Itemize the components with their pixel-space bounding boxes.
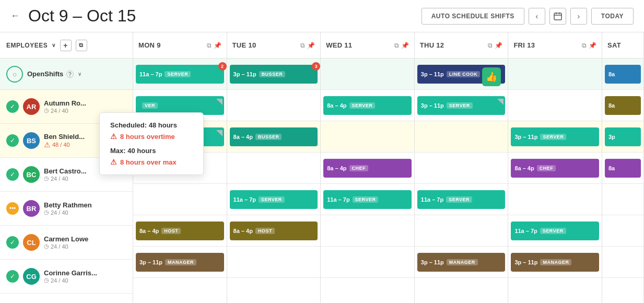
shift-time: 8a – 4p	[327, 165, 346, 171]
clock-icon: ◷	[44, 243, 49, 250]
pin-day-icon[interactable]: 📌	[589, 42, 596, 49]
next-week-button[interactable]: ›	[570, 8, 587, 25]
thumbs-up-button[interactable]: 👍	[482, 67, 501, 86]
employee-info: Betty Rathmen ◷ 24 / 40	[44, 201, 126, 216]
shift-block[interactable]: 3p – 11p MANAGER	[417, 253, 506, 272]
open-shift-cell-mon[interactable]: 11a – 7p SERVER 2	[133, 59, 227, 90]
shift-block[interactable]: 3p – 11p SERVER	[417, 96, 506, 115]
day-label-mon: MON 9	[138, 41, 161, 49]
shift-cell-betty-sat[interactable]	[602, 184, 643, 215]
shift-cell-ben-fri[interactable]: 3p – 11p SERVER	[508, 121, 602, 153]
shift-block[interactable]: 8a – 4p BUSSER	[230, 127, 318, 146]
shift-cell-autumn-sat[interactable]: 8a	[602, 90, 643, 121]
shift-block[interactable]: 11a – 7p SERVER 2	[136, 65, 224, 84]
shift-cell-corinne-wed[interactable]	[321, 247, 414, 278]
shift-block[interactable]: 11a – 7p SERVER	[323, 190, 412, 209]
shift-block[interactable]: 3p – 11p LINE COOK 👍	[417, 65, 506, 84]
copy-day-icon[interactable]: ⧉	[488, 42, 493, 49]
shift-cell-corinne-mon[interactable]: 3p – 11p MANAGER	[133, 247, 227, 278]
shift-block[interactable]: 8a – 4p CHEF	[323, 159, 412, 178]
shift-cell-betty-thu[interactable]: 11a – 7p SERVER	[415, 184, 508, 215]
copy-day-icon[interactable]: ⧉	[207, 42, 212, 49]
copy-day-icon[interactable]: ⧉	[300, 42, 305, 49]
avatar: CL	[23, 234, 40, 251]
open-shift-cell-tue[interactable]: 3p – 11p BUSSER 3	[227, 59, 321, 90]
shift-block[interactable]: 11a – 7p SERVER	[417, 190, 506, 209]
app-container: ← Oct 9 – Oct 15 AUTO SCHEDULE SHIFTS ‹ …	[0, 0, 644, 303]
shift-role: HOST	[161, 228, 181, 234]
shift-cell-betty-mon[interactable]	[133, 184, 227, 215]
shift-cell-carmen-thu[interactable]	[415, 215, 508, 247]
shift-cell-carmen-fri[interactable]: 11a – 7p SERVER	[508, 215, 602, 247]
tooltip-max: Max: 40 hours	[110, 147, 193, 155]
copy-day-icon[interactable]: ⧉	[394, 42, 399, 49]
pin-day-icon[interactable]: 📌	[495, 42, 502, 49]
shift-cell-corinne-thu[interactable]: 3p – 11p MANAGER	[415, 247, 508, 278]
open-shift-cell-sat[interactable]: 8a	[602, 59, 643, 90]
shift-time: 11a – 7p	[421, 196, 443, 203]
shift-cell-ben-sat[interactable]: 3p	[602, 121, 643, 153]
calendar-button[interactable]	[549, 8, 566, 25]
open-shift-cell-wed[interactable]	[321, 59, 414, 90]
open-shift-cell-thu[interactable]: 3p – 11p LINE COOK 👍	[415, 59, 508, 90]
shift-role: SERVER	[353, 196, 379, 203]
day-label-thu: THU 12	[420, 41, 444, 49]
shift-block[interactable]: 3p – 11p MANAGER	[136, 253, 224, 272]
shift-cell-autumn-thu[interactable]: 3p – 11p SERVER	[415, 90, 508, 121]
shift-block[interactable]: 8a – 4p SERVER	[323, 96, 412, 115]
shift-cell-betty-tue[interactable]: 11a – 7p SERVER	[227, 184, 321, 215]
days-grid: MON 9 ⧉ 📌 11a – 7p SERVER 2	[133, 32, 644, 303]
shift-cell-carmen-wed[interactable]	[321, 215, 414, 247]
shift-block[interactable]: 8a – 4p HOST	[136, 222, 224, 240]
shift-cell-bert-fri[interactable]: 8a – 4p CHEF	[508, 153, 602, 184]
shift-cell-ben-tue[interactable]: 8a – 4p BUSSER	[227, 121, 321, 153]
shift-block[interactable]: 8a – 4p HOST	[230, 222, 318, 240]
shift-role: MANAGER	[165, 259, 196, 265]
shift-cell-corinne-tue[interactable]	[227, 247, 321, 278]
pin-day-icon[interactable]: 📌	[214, 42, 221, 49]
copy-button[interactable]: ⧉	[76, 40, 87, 51]
shift-role: MANAGER	[540, 259, 571, 265]
back-button[interactable]: ←	[10, 10, 20, 21]
shift-cell-ben-wed[interactable]	[321, 121, 414, 153]
shift-block[interactable]: 3p – 11p MANAGER	[511, 253, 599, 272]
open-shifts-chevron-icon[interactable]: ∨	[78, 71, 81, 77]
add-employee-button[interactable]: +	[60, 40, 72, 51]
shift-cell-bert-thu[interactable]	[415, 153, 508, 184]
shift-cell-carmen-sat[interactable]	[602, 215, 643, 247]
shift-time: 8a – 4p	[514, 165, 534, 171]
shift-block[interactable]: 8a	[605, 159, 641, 178]
shift-block[interactable]: 3p	[605, 127, 641, 146]
shift-cell-bert-sat[interactable]: 8a	[602, 153, 643, 184]
shift-cell-autumn-tue[interactable]	[227, 90, 321, 121]
copy-day-icon[interactable]: ⧉	[582, 42, 587, 49]
shift-cell-corinne-fri[interactable]: 3p – 11p MANAGER	[508, 247, 602, 278]
shift-cell-corinne-sat[interactable]	[602, 247, 643, 278]
employees-chevron-icon: ∨	[52, 42, 56, 48]
shift-cell-ben-thu[interactable]	[415, 121, 508, 153]
shift-block[interactable]: 8a – 4p CHEF	[511, 159, 599, 178]
shift-block[interactable]: 8a	[605, 96, 641, 115]
shift-cell-bert-tue[interactable]	[227, 153, 321, 184]
shift-cell-carmen-tue[interactable]: 8a – 4p HOST	[227, 215, 321, 247]
shift-cell-carmen-mon[interactable]: 8a – 4p HOST	[133, 215, 227, 247]
today-button[interactable]: TODAY	[591, 8, 634, 25]
shift-cell-bert-wed[interactable]: 8a – 4p CHEF	[321, 153, 414, 184]
pin-day-icon[interactable]: 📌	[307, 42, 315, 49]
shift-role: LINE COOK	[447, 71, 481, 77]
shift-block[interactable]: 3p – 11p BUSSER 3	[230, 65, 318, 84]
shift-cell-autumn-fri[interactable]	[508, 90, 602, 121]
shift-cell-betty-fri[interactable]	[508, 184, 602, 215]
open-shifts-help-icon[interactable]: ?	[66, 71, 74, 78]
shift-block[interactable]: 3p – 11p SERVER	[511, 127, 599, 146]
status-check-icon: ✓	[6, 236, 19, 249]
shift-block[interactable]: 8a	[605, 65, 641, 84]
shift-block[interactable]: 11a – 7p SERVER	[230, 190, 318, 209]
open-shift-cell-fri[interactable]	[508, 59, 602, 90]
shift-block[interactable]: 11a – 7p SERVER	[511, 222, 599, 240]
pin-day-icon[interactable]: 📌	[401, 42, 409, 49]
auto-schedule-button[interactable]: AUTO SCHEDULE SHIFTS	[421, 8, 524, 25]
prev-week-button[interactable]: ‹	[529, 8, 545, 25]
shift-cell-autumn-wed[interactable]: 8a – 4p SERVER	[321, 90, 414, 121]
shift-cell-betty-wed[interactable]: 11a – 7p SERVER	[321, 184, 414, 215]
